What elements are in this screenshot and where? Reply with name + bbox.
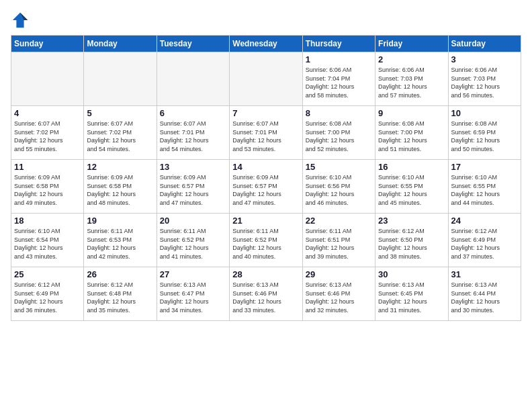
calendar-cell: 12Sunrise: 6:09 AM Sunset: 6:58 PM Dayli… (84, 160, 157, 214)
calendar-cell: 3Sunrise: 6:06 AM Sunset: 7:03 PM Daylig… (448, 52, 521, 106)
day-info: Sunrise: 6:07 AM Sunset: 7:02 PM Dayligh… (14, 120, 81, 153)
day-info: Sunrise: 6:11 AM Sunset: 6:53 PM Dayligh… (87, 227, 153, 261)
day-number: 13 (160, 162, 226, 172)
day-number: 16 (378, 162, 445, 172)
calendar-cell: 19Sunrise: 6:11 AM Sunset: 6:53 PM Dayli… (84, 214, 157, 267)
day-number: 25 (14, 269, 81, 279)
day-info: Sunrise: 6:13 AM Sunset: 6:46 PM Dayligh… (232, 281, 299, 314)
day-number: 23 (378, 216, 445, 226)
page-header (11, 11, 521, 30)
calendar-cell: 9Sunrise: 6:08 AM Sunset: 7:00 PM Daylig… (375, 106, 448, 160)
logo (11, 11, 32, 30)
calendar-cell: 21Sunrise: 6:11 AM Sunset: 6:52 PM Dayli… (230, 214, 302, 267)
day-number: 14 (232, 162, 299, 172)
day-info: Sunrise: 6:07 AM Sunset: 7:01 PM Dayligh… (160, 120, 226, 153)
weekday-header-wednesday: Wednesday (230, 36, 302, 52)
day-info: Sunrise: 6:13 AM Sunset: 6:46 PM Dayligh… (306, 281, 372, 314)
day-info: Sunrise: 6:11 AM Sunset: 6:52 PM Dayligh… (232, 227, 299, 261)
calendar-cell: 5Sunrise: 6:07 AM Sunset: 7:02 PM Daylig… (84, 106, 157, 160)
calendar-cell: 25Sunrise: 6:12 AM Sunset: 6:49 PM Dayli… (11, 267, 84, 321)
day-info: Sunrise: 6:10 AM Sunset: 6:55 PM Dayligh… (378, 173, 445, 207)
day-number: 26 (87, 269, 153, 279)
calendar-cell: 29Sunrise: 6:13 AM Sunset: 6:46 PM Dayli… (302, 267, 375, 321)
weekday-header-friday: Friday (375, 36, 448, 52)
calendar-cell: 4Sunrise: 6:07 AM Sunset: 7:02 PM Daylig… (11, 106, 84, 160)
calendar-cell: 20Sunrise: 6:11 AM Sunset: 6:52 PM Dayli… (157, 214, 229, 267)
weekday-header-saturday: Saturday (448, 36, 521, 52)
day-number: 27 (160, 269, 226, 279)
calendar-cell: 22Sunrise: 6:11 AM Sunset: 6:51 PM Dayli… (302, 214, 375, 267)
day-info: Sunrise: 6:07 AM Sunset: 7:01 PM Dayligh… (232, 120, 299, 153)
calendar-cell: 7Sunrise: 6:07 AM Sunset: 7:01 PM Daylig… (230, 106, 302, 160)
calendar-cell: 2Sunrise: 6:06 AM Sunset: 7:03 PM Daylig… (375, 52, 448, 106)
day-number: 15 (306, 162, 372, 172)
day-info: Sunrise: 6:13 AM Sunset: 6:44 PM Dayligh… (451, 281, 518, 314)
day-info: Sunrise: 6:11 AM Sunset: 6:51 PM Dayligh… (306, 227, 372, 261)
day-info: Sunrise: 6:12 AM Sunset: 6:48 PM Dayligh… (87, 281, 153, 314)
calendar-cell (157, 52, 229, 106)
calendar-cell: 1Sunrise: 6:06 AM Sunset: 7:04 PM Daylig… (302, 52, 375, 106)
calendar-cell: 11Sunrise: 6:09 AM Sunset: 6:58 PM Dayli… (11, 160, 84, 214)
day-number: 21 (232, 216, 299, 226)
week-row-5: 25Sunrise: 6:12 AM Sunset: 6:49 PM Dayli… (11, 267, 521, 321)
day-info: Sunrise: 6:13 AM Sunset: 6:45 PM Dayligh… (378, 281, 445, 314)
calendar-cell: 16Sunrise: 6:10 AM Sunset: 6:55 PM Dayli… (375, 160, 448, 214)
weekday-header-monday: Monday (84, 36, 157, 52)
day-number: 22 (306, 216, 372, 226)
day-info: Sunrise: 6:09 AM Sunset: 6:58 PM Dayligh… (87, 173, 153, 207)
day-number: 29 (306, 269, 372, 279)
week-row-1: 1Sunrise: 6:06 AM Sunset: 7:04 PM Daylig… (11, 52, 521, 106)
day-info: Sunrise: 6:12 AM Sunset: 6:50 PM Dayligh… (378, 227, 445, 261)
day-number: 31 (451, 269, 518, 279)
day-info: Sunrise: 6:07 AM Sunset: 7:02 PM Dayligh… (87, 120, 153, 153)
calendar-cell: 28Sunrise: 6:13 AM Sunset: 6:46 PM Dayli… (230, 267, 302, 321)
calendar-body: 1Sunrise: 6:06 AM Sunset: 7:04 PM Daylig… (11, 52, 521, 321)
day-info: Sunrise: 6:08 AM Sunset: 7:00 PM Dayligh… (306, 120, 372, 153)
week-row-4: 18Sunrise: 6:10 AM Sunset: 6:54 PM Dayli… (11, 214, 521, 267)
day-number: 12 (87, 162, 153, 172)
calendar-cell (230, 52, 302, 106)
day-number: 5 (87, 108, 153, 118)
calendar-cell: 23Sunrise: 6:12 AM Sunset: 6:50 PM Dayli… (375, 214, 448, 267)
calendar-cell: 31Sunrise: 6:13 AM Sunset: 6:44 PM Dayli… (448, 267, 521, 321)
weekday-row: SundayMondayTuesdayWednesdayThursdayFrid… (11, 36, 521, 52)
day-info: Sunrise: 6:12 AM Sunset: 6:49 PM Dayligh… (451, 227, 518, 261)
day-number: 8 (306, 108, 372, 118)
calendar-cell (11, 52, 84, 106)
day-number: 2 (378, 54, 445, 64)
day-number: 1 (306, 54, 372, 64)
week-row-3: 11Sunrise: 6:09 AM Sunset: 6:58 PM Dayli… (11, 160, 521, 214)
week-row-2: 4Sunrise: 6:07 AM Sunset: 7:02 PM Daylig… (11, 106, 521, 160)
calendar-cell: 18Sunrise: 6:10 AM Sunset: 6:54 PM Dayli… (11, 214, 84, 267)
day-info: Sunrise: 6:08 AM Sunset: 7:00 PM Dayligh… (378, 120, 445, 153)
day-number: 3 (451, 54, 518, 64)
day-info: Sunrise: 6:06 AM Sunset: 7:03 PM Dayligh… (378, 66, 445, 99)
calendar-cell: 15Sunrise: 6:10 AM Sunset: 6:56 PM Dayli… (302, 160, 375, 214)
calendar-cell: 17Sunrise: 6:10 AM Sunset: 6:55 PM Dayli… (448, 160, 521, 214)
day-number: 20 (160, 216, 226, 226)
day-number: 11 (14, 162, 81, 172)
day-number: 24 (451, 216, 518, 226)
day-number: 18 (14, 216, 81, 226)
calendar-cell: 24Sunrise: 6:12 AM Sunset: 6:49 PM Dayli… (448, 214, 521, 267)
day-info: Sunrise: 6:10 AM Sunset: 6:55 PM Dayligh… (451, 173, 518, 207)
day-number: 6 (160, 108, 226, 118)
day-info: Sunrise: 6:06 AM Sunset: 7:04 PM Dayligh… (306, 66, 372, 99)
calendar-cell: 13Sunrise: 6:09 AM Sunset: 6:57 PM Dayli… (157, 160, 229, 214)
day-info: Sunrise: 6:09 AM Sunset: 6:57 PM Dayligh… (160, 173, 226, 207)
day-number: 30 (378, 269, 445, 279)
day-info: Sunrise: 6:08 AM Sunset: 6:59 PM Dayligh… (451, 120, 518, 153)
calendar-cell: 30Sunrise: 6:13 AM Sunset: 6:45 PM Dayli… (375, 267, 448, 321)
weekday-header-thursday: Thursday (302, 36, 375, 52)
calendar-table: SundayMondayTuesdayWednesdayThursdayFrid… (11, 35, 521, 321)
day-number: 9 (378, 108, 445, 118)
day-number: 7 (232, 108, 299, 118)
calendar-cell: 8Sunrise: 6:08 AM Sunset: 7:00 PM Daylig… (302, 106, 375, 160)
calendar-cell: 27Sunrise: 6:13 AM Sunset: 6:47 PM Dayli… (157, 267, 229, 321)
calendar-cell: 10Sunrise: 6:08 AM Sunset: 6:59 PM Dayli… (448, 106, 521, 160)
calendar-cell: 14Sunrise: 6:09 AM Sunset: 6:57 PM Dayli… (230, 160, 302, 214)
day-info: Sunrise: 6:12 AM Sunset: 6:49 PM Dayligh… (14, 281, 81, 314)
day-info: Sunrise: 6:10 AM Sunset: 6:54 PM Dayligh… (14, 227, 81, 261)
calendar-cell: 6Sunrise: 6:07 AM Sunset: 7:01 PM Daylig… (157, 106, 229, 160)
day-info: Sunrise: 6:09 AM Sunset: 6:57 PM Dayligh… (232, 173, 299, 207)
